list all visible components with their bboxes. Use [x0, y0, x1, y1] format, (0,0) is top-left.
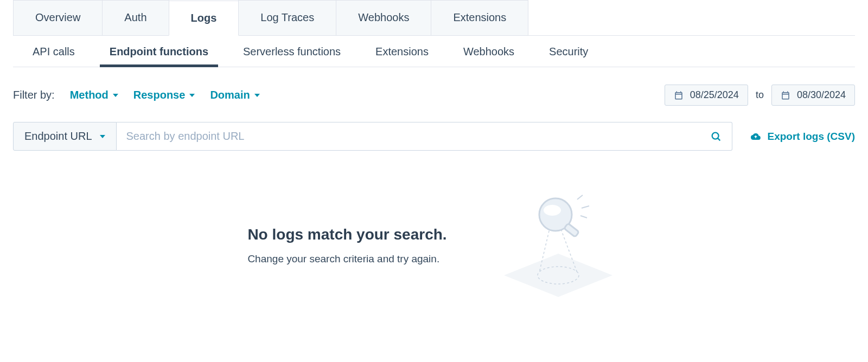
- filter-domain-dropdown[interactable]: Domain: [210, 89, 259, 101]
- search-row: Endpoint URL Export logs (CSV): [13, 122, 855, 151]
- tab-overview[interactable]: Overview: [13, 0, 103, 35]
- filter-bar: Filter by: Method Response Domain 08/25/…: [13, 67, 855, 112]
- caret-down-icon: [189, 94, 195, 97]
- date-range: 08/25/2024 to 08/30/2024: [665, 85, 855, 106]
- date-to-label: to: [756, 89, 764, 101]
- search-type-dropdown[interactable]: Endpoint URL: [13, 122, 117, 151]
- tab-extensions[interactable]: Extensions: [431, 0, 528, 35]
- caret-down-icon: [254, 94, 260, 97]
- filter-method-label: Method: [70, 89, 108, 101]
- subtab-extensions[interactable]: Extensions: [375, 46, 429, 67]
- tab-webhooks[interactable]: Webhooks: [336, 0, 431, 35]
- search-input[interactable]: [126, 122, 711, 150]
- filter-by-label: Filter by:: [13, 89, 55, 101]
- svg-rect-6: [564, 223, 579, 237]
- cloud-download-icon: [750, 132, 762, 141]
- filter-response-dropdown[interactable]: Response: [133, 89, 195, 101]
- tab-auth[interactable]: Auth: [102, 0, 169, 35]
- subtab-api-calls[interactable]: API calls: [33, 46, 75, 67]
- date-to-value: 08/30/2024: [797, 89, 846, 101]
- tab-log-traces[interactable]: Log Traces: [238, 0, 336, 35]
- empty-state-illustration: [496, 189, 621, 302]
- filter-response-label: Response: [133, 89, 186, 101]
- subtab-webhooks[interactable]: Webhooks: [463, 46, 514, 67]
- tab-logs[interactable]: Logs: [169, 1, 239, 36]
- empty-state-title: No logs match your search.: [247, 226, 446, 243]
- svg-line-8: [582, 206, 589, 208]
- subtab-endpoint-functions[interactable]: Endpoint functions: [110, 46, 208, 67]
- svg-marker-2: [504, 254, 612, 297]
- caret-down-icon: [113, 94, 118, 97]
- calendar-icon: [674, 90, 684, 100]
- svg-line-9: [580, 216, 587, 218]
- filter-domain-label: Domain: [210, 89, 250, 101]
- search-type-label: Endpoint URL: [24, 130, 92, 143]
- caret-down-icon: [100, 135, 105, 138]
- export-logs-link[interactable]: Export logs (CSV): [750, 131, 855, 143]
- magnifier-icon: [539, 195, 589, 237]
- search-box: [117, 122, 733, 151]
- svg-line-1: [718, 138, 720, 140]
- filter-method-dropdown[interactable]: Method: [70, 89, 118, 101]
- svg-point-0: [712, 132, 719, 139]
- calendar-icon: [781, 90, 790, 100]
- date-from-input[interactable]: 08/25/2024: [665, 85, 748, 106]
- empty-state-subtitle: Change your search criteria and try agai…: [247, 253, 446, 265]
- date-to-input[interactable]: 08/30/2024: [771, 85, 855, 106]
- date-from-value: 08/25/2024: [690, 89, 739, 101]
- subtab-serverless-functions[interactable]: Serverless functions: [243, 46, 341, 67]
- svg-point-5: [544, 205, 561, 216]
- empty-state: No logs match your search. Change your s…: [13, 189, 855, 302]
- subtab-security[interactable]: Security: [549, 46, 588, 67]
- secondary-tab-bar: API calls Endpoint functions Serverless …: [13, 36, 855, 67]
- svg-line-7: [577, 195, 583, 199]
- primary-tab-bar: Overview Auth Logs Log Traces Webhooks E…: [13, 0, 855, 36]
- export-logs-label: Export logs (CSV): [767, 131, 855, 143]
- search-icon[interactable]: [710, 131, 722, 143]
